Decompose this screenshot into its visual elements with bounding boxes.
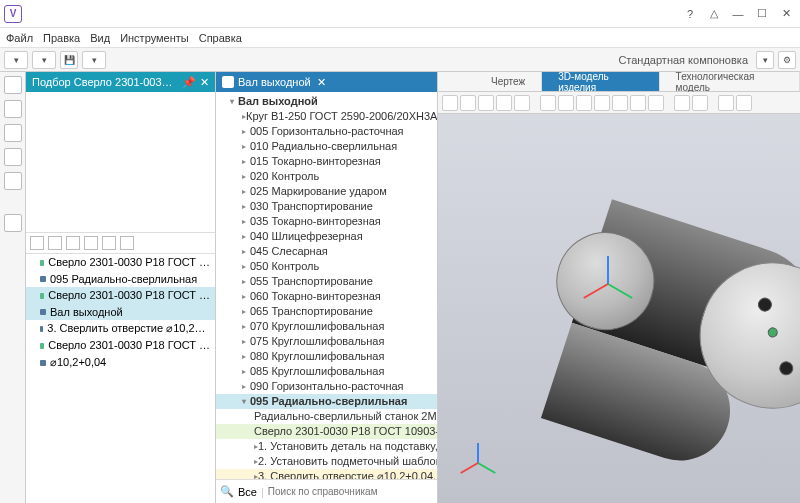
3d-viewport[interactable] <box>438 114 800 503</box>
panel1-close-icon[interactable]: ✕ <box>200 76 209 89</box>
tree-node[interactable]: ▸040 Шлицефрезерная <box>216 229 437 244</box>
tree-node[interactable]: ▸060 Токарно-винторезная <box>216 289 437 304</box>
panel1-item[interactable]: ⌀10,2+0,04 <box>26 354 215 371</box>
tree-node[interactable]: ▸085 Круглошлифовальная <box>216 364 437 379</box>
tree-node[interactable]: ▸015 Токарно-винторезная <box>216 154 437 169</box>
vt-render[interactable] <box>674 95 690 111</box>
panel1-item[interactable]: 095 Радиально-сверлильная <box>26 271 215 287</box>
minimize-button[interactable]: — <box>728 4 748 24</box>
tree-node[interactable]: ▸1. Установить деталь на подставку, выст… <box>216 439 437 454</box>
vt-3[interactable] <box>478 95 494 111</box>
vt-10[interactable] <box>612 95 628 111</box>
tree-node[interactable]: ▸030 Транспортирование <box>216 199 437 214</box>
viewer-tab-tech[interactable]: Технологическая модель <box>660 72 800 91</box>
vt-zoomin[interactable] <box>558 95 574 111</box>
view-gizmo[interactable] <box>458 443 498 483</box>
tree-node[interactable]: ▸090 Горизонтально-расточная <box>216 379 437 394</box>
tree-node[interactable]: Сверло 2301-0030 Р18 ГОСТ 10903-77 ⌀10,2 <box>216 424 437 439</box>
tree-node[interactable]: ▸020 Контроль <box>216 169 437 184</box>
settings-button[interactable]: ⚙ <box>778 51 796 69</box>
p1-tool-1[interactable] <box>30 236 44 250</box>
menu-view[interactable]: Вид <box>90 32 110 44</box>
layout-dropdown[interactable]: ▾ <box>756 51 774 69</box>
panel2-tab-title: Вал выходной <box>238 76 311 88</box>
panel1-tab-title: Подбор Сверло 2301-0030 Р18 ГОСТ 10903-7… <box>32 76 178 88</box>
tree-node[interactable]: ▸050 Контроль <box>216 259 437 274</box>
panel2-tab-close-icon[interactable]: ✕ <box>317 76 326 89</box>
panel1-pin-icon[interactable]: 📌 <box>182 76 196 89</box>
tree-node[interactable]: ▸025 Маркирование ударом <box>216 184 437 199</box>
tree-node[interactable]: ▸080 Круглошлифовальная <box>216 349 437 364</box>
p1-tool-3[interactable] <box>66 236 80 250</box>
maximize-button[interactable]: ☐ <box>752 4 772 24</box>
search-scope[interactable]: Все <box>238 486 257 498</box>
origin-gizmo <box>588 264 628 304</box>
help-button[interactable]: ? <box>680 4 700 24</box>
tree-node[interactable]: ▸2. Установить подметочный шаблон в паз … <box>216 454 437 469</box>
tree-node[interactable]: ▸055 Транспортирование <box>216 274 437 289</box>
tree-node[interactable]: ▸010 Радиально-сверлильная <box>216 139 437 154</box>
vt-16[interactable] <box>736 95 752 111</box>
new-button[interactable]: ▾ <box>4 51 28 69</box>
vt-zoomfit[interactable] <box>540 95 556 111</box>
vt-11[interactable] <box>630 95 646 111</box>
viewer-tab-3dmodel[interactable]: 3D-модель изделия <box>542 72 659 91</box>
tree-node[interactable]: ▸070 Круглошлифовальная <box>216 319 437 334</box>
vt-redo[interactable] <box>460 95 476 111</box>
print-button[interactable]: ▾ <box>82 51 106 69</box>
vt-undo[interactable] <box>442 95 458 111</box>
panel1-item[interactable]: Сверло 2301-0030 Р18 ГОСТ 10903-77 ⌀10,2 <box>26 287 215 304</box>
sidebar-icon-6[interactable] <box>4 214 22 232</box>
vt-zoomout[interactable] <box>576 95 592 111</box>
tree-node[interactable]: ▸065 Транспортирование <box>216 304 437 319</box>
panel1-item[interactable]: Сверло 2301-0030 Р18 ГОСТ 10903-77 ⌀10,2 <box>26 337 215 354</box>
close-button[interactable]: ✕ <box>776 4 796 24</box>
panel1-item[interactable]: 3. Сверлить отверстие ⌀10,2+0,04, выдерж… <box>26 320 215 337</box>
sidebar-icon-5[interactable] <box>4 172 22 190</box>
tree-node[interactable]: ▸075 Круглошлифовальная <box>216 334 437 349</box>
vt-zoomwin[interactable] <box>594 95 610 111</box>
tree-node[interactable]: ▾095 Радиально-сверлильная <box>216 394 437 409</box>
sidebar-icon-1[interactable] <box>4 76 22 94</box>
search-input[interactable] <box>268 486 433 497</box>
vt-5[interactable] <box>514 95 530 111</box>
vt-4[interactable] <box>496 95 512 111</box>
search-icon[interactable]: 🔍 <box>220 485 234 498</box>
tree-node[interactable]: ▸Круг В1-250 ГОСТ 2590-2006/20ХН3А-2ГП-Т… <box>216 109 437 124</box>
menu-edit[interactable]: Правка <box>43 32 80 44</box>
sidebar-icon-4[interactable] <box>4 148 22 166</box>
p1-tool-5[interactable] <box>102 236 116 250</box>
p1-tool-6[interactable] <box>120 236 134 250</box>
tree-node[interactable]: ▸3. Сверлить отверстие ⌀10,2+0,04, выдер… <box>216 469 437 479</box>
sidebar-icon-3[interactable] <box>4 124 22 142</box>
viewer-tab-drawing[interactable]: Чертеж <box>475 72 542 91</box>
vt-text[interactable] <box>718 95 734 111</box>
panel1-item[interactable]: Сверло 2301-0030 Р18 ГОСТ 10903-77 ⌀10,2 <box>26 254 215 271</box>
tree-node[interactable]: ▾Вал выходной <box>216 94 437 109</box>
menu-help[interactable]: Справка <box>199 32 242 44</box>
layout-label: Стандартная компоновка <box>618 54 748 66</box>
tree-node[interactable]: Радиально-сверлильный станок 2М57 <box>216 409 437 424</box>
sidebar-icon-2[interactable] <box>4 100 22 118</box>
p1-tool-4[interactable] <box>84 236 98 250</box>
menu-file[interactable]: Файл <box>6 32 33 44</box>
open-button[interactable]: ▾ <box>32 51 56 69</box>
p1-tool-2[interactable] <box>48 236 62 250</box>
tree-node[interactable]: ▸005 Горизонтально-расточная <box>216 124 437 139</box>
save-button[interactable]: 💾 <box>60 51 78 69</box>
tree-node[interactable]: ▸035 Токарно-винторезная <box>216 214 437 229</box>
tree-node[interactable]: ▸045 Слесарная <box>216 244 437 259</box>
vt-12[interactable] <box>648 95 664 111</box>
panel1-item[interactable]: Вал выходной <box>26 304 215 320</box>
doc-icon <box>222 76 234 88</box>
vt-14[interactable] <box>692 95 708 111</box>
user-button[interactable]: △ <box>704 4 724 24</box>
menu-tools[interactable]: Инструменты <box>120 32 189 44</box>
app-logo: V <box>4 5 22 23</box>
